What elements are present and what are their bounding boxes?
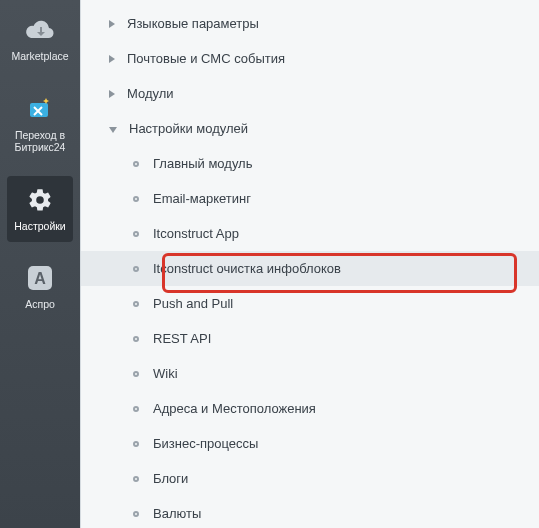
tree-subnode[interactable]: Валюты	[81, 496, 539, 528]
tree-subnode-label: REST API	[153, 331, 211, 346]
tree-subnode[interactable]: Адреса и Местоположения	[81, 391, 539, 426]
cloud-download-icon	[24, 14, 56, 46]
tree-subnode-label: Email-маркетинг	[153, 191, 251, 206]
bullet-icon	[133, 231, 139, 237]
tree-subnode-label: Валюты	[153, 506, 201, 521]
tree-subnode[interactable]: Блоги	[81, 461, 539, 496]
wand-icon	[24, 93, 56, 125]
bullet-icon	[133, 301, 139, 307]
bullet-icon	[133, 196, 139, 202]
gear-icon	[24, 184, 56, 216]
rail-label: Аспро	[25, 298, 55, 311]
svg-text:A: A	[34, 270, 46, 287]
tree-subnode-label: Itconstruct App	[153, 226, 239, 241]
bullet-icon	[133, 511, 139, 517]
rail-item-marketplace[interactable]: Marketplace	[7, 6, 73, 73]
tree-node-label: Почтовые и СМС события	[127, 51, 285, 66]
bullet-icon	[133, 406, 139, 412]
tree-subnode[interactable]: Wiki	[81, 356, 539, 391]
bullet-icon	[133, 371, 139, 377]
tree-node-label: Настройки модулей	[129, 121, 248, 136]
tree-subnode[interactable]: Push and Pull	[81, 286, 539, 321]
bullet-icon	[133, 441, 139, 447]
tree-node[interactable]: Настройки модулей	[81, 111, 539, 146]
rail-item-bitrix24[interactable]: Переход в Битрикс24	[7, 85, 73, 164]
tree-subnode[interactable]: Itconstruct App	[81, 216, 539, 251]
tree-subnode-label: Бизнес-процессы	[153, 436, 258, 451]
chevron-right-icon	[109, 55, 115, 63]
settings-tree: Языковые параметрыПочтовые и СМС события…	[81, 0, 539, 528]
aspro-icon: A	[24, 262, 56, 294]
tree-node[interactable]: Модули	[81, 76, 539, 111]
tree-subnode[interactable]: Бизнес-процессы	[81, 426, 539, 461]
tree-subnode[interactable]: Главный модуль	[81, 146, 539, 181]
tree-node-label: Модули	[127, 86, 174, 101]
tree-node[interactable]: Почтовые и СМС события	[81, 41, 539, 76]
tree-subnode-label: Wiki	[153, 366, 178, 381]
tree-node[interactable]: Языковые параметры	[81, 6, 539, 41]
rail-label: Marketplace	[11, 50, 68, 63]
bullet-icon	[133, 336, 139, 342]
rail-label: Переход в Битрикс24	[9, 129, 71, 154]
tree-node-label: Языковые параметры	[127, 16, 259, 31]
rail-label: Настройки	[14, 220, 66, 233]
chevron-down-icon	[109, 127, 117, 133]
tree-subnode[interactable]: Email-маркетинг	[81, 181, 539, 216]
content-panel: Языковые параметрыПочтовые и СМС события…	[80, 0, 539, 528]
bullet-icon	[133, 266, 139, 272]
left-rail: Marketplace Переход в Битрикс24 Настройк…	[0, 0, 80, 528]
chevron-right-icon	[109, 20, 115, 28]
tree-subnode-label: Адреса и Местоположения	[153, 401, 316, 416]
tree-subnode-label: Itconstruct очистка инфоблоков	[153, 261, 341, 276]
tree-subnode[interactable]: REST API	[81, 321, 539, 356]
bullet-icon	[133, 476, 139, 482]
tree-subnode-label: Блоги	[153, 471, 188, 486]
tree-subnode-label: Главный модуль	[153, 156, 252, 171]
rail-item-aspro[interactable]: A Аспро	[7, 254, 73, 321]
tree-subnode-label: Push and Pull	[153, 296, 233, 311]
tree-subnode[interactable]: Itconstruct очистка инфоблоков	[81, 251, 539, 286]
bullet-icon	[133, 161, 139, 167]
chevron-right-icon	[109, 90, 115, 98]
rail-item-settings[interactable]: Настройки	[7, 176, 73, 243]
